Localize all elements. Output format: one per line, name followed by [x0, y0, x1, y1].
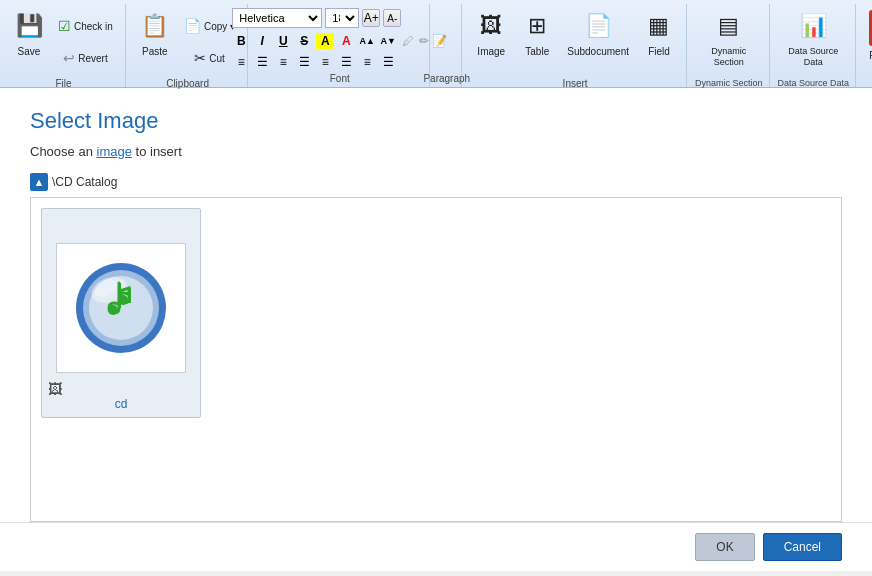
copy-label: Copy — [204, 21, 227, 32]
ribbon-group-export: 📕 Preview Export — [858, 4, 872, 87]
underline-button[interactable]: U — [274, 33, 292, 49]
field-button[interactable]: ▦ Field — [638, 6, 680, 78]
cd-music-svg — [71, 258, 171, 358]
checkin-button[interactable]: ☑ Check in — [52, 11, 119, 41]
font-size-decrease-button[interactable]: A- — [383, 9, 401, 27]
checkin-icon: ☑ — [58, 18, 71, 34]
preview-button[interactable]: 📕 Preview — [864, 6, 872, 78]
bold-button[interactable]: B — [232, 33, 250, 49]
revert-label: Revert — [78, 53, 107, 64]
ribbon: 💾 Save ☑ Check in ↩ Revert File 📋 Paste — [0, 0, 872, 88]
ribbon-group-dynamic-section: ▤ DynamicSection Dynamic Section — [689, 4, 770, 87]
paste-button[interactable]: 📋 Paste — [134, 6, 176, 78]
cut-label: Cut — [209, 53, 225, 64]
super-button[interactable]: A▲ — [358, 33, 376, 49]
image-icon: 🖼 — [475, 10, 507, 42]
font-controls: Helvetica 18 A+ A- B I U S A A A▲ A▼ 🖊 ✏… — [232, 6, 447, 73]
align-center-button[interactable]: ☰ — [253, 54, 271, 70]
align-left2-button[interactable]: ≡ — [316, 54, 334, 70]
main-content: Select Image Choose an image to insert ▲… — [0, 88, 872, 522]
subtitle-link[interactable]: image — [97, 144, 132, 159]
insert-buttons: 🖼 Image ⊞ Table 📄 Subdocument ▦ Field — [470, 6, 680, 78]
dialog-subtitle: Choose an image to insert — [30, 144, 842, 159]
font-size-increase-button[interactable]: A+ — [362, 9, 380, 27]
paste-icon: 📋 — [139, 10, 171, 42]
save-button[interactable]: 💾 Save — [8, 6, 50, 78]
image-item-label: cd — [115, 397, 128, 411]
cut-icon: ✂ — [194, 50, 206, 66]
data-source-icon: 📊 — [797, 10, 829, 42]
align-row: ≡ ☰ ≡ ☰ ≡ ☰ ≡ ☰ — [232, 54, 447, 70]
align-justify-button[interactable]: ☰ — [295, 54, 313, 70]
breadcrumb-text: \CD Catalog — [52, 175, 117, 189]
save-icon: 💾 — [13, 10, 45, 42]
subdocument-button[interactable]: 📄 Subdocument — [562, 6, 634, 78]
revert-icon: ↩ — [63, 50, 75, 66]
highlight-button[interactable]: A — [316, 33, 334, 49]
image-type-icon: 🖼 — [48, 381, 62, 397]
font-group-label: Font — [330, 73, 350, 87]
align-justify2-button[interactable]: ☰ — [379, 54, 397, 70]
cancel-button[interactable]: Cancel — [763, 533, 842, 561]
field-icon: ▦ — [643, 10, 675, 42]
data-source-button[interactable]: 📊 Data SourceData — [783, 6, 843, 78]
dynamic-section-button[interactable]: ▤ DynamicSection — [704, 6, 754, 78]
image-item-cd[interactable]: 🖼 cd — [41, 208, 201, 418]
ribbon-group-font: Helvetica 18 A+ A- B I U S A A A▲ A▼ 🖊 ✏… — [250, 4, 430, 87]
align-left-button[interactable]: ≡ — [232, 54, 250, 70]
ok-button[interactable]: OK — [695, 533, 754, 561]
clipboard-group-label: Clipboard — [166, 78, 209, 92]
dialog-bottom-bar: OK Cancel — [0, 522, 872, 571]
image-button[interactable]: 🖼 Image — [470, 6, 512, 78]
up-folder-icon[interactable]: ▲ — [30, 173, 48, 191]
align-center2-button[interactable]: ☰ — [337, 54, 355, 70]
data-source-group-label: Data Source Data — [778, 78, 850, 91]
image-preview — [56, 243, 186, 373]
table-icon: ⊞ — [521, 10, 553, 42]
align-right2-button[interactable]: ≡ — [358, 54, 376, 70]
insert-group-label: Insert — [563, 78, 588, 92]
ribbon-group-clipboard: 📋 Paste 📄 Copy ▾ ✂ Cut Clipboard — [128, 4, 248, 87]
italic-button[interactable]: I — [253, 33, 271, 49]
copy-icon: 📄 — [184, 18, 201, 34]
ribbon-group-paragraph: Paragraph — [432, 4, 462, 87]
svg-point-4 — [108, 305, 118, 315]
ribbon-file-buttons: 💾 Save ☑ Check in ↩ Revert — [8, 6, 119, 78]
checkin-label: Check in — [74, 21, 113, 32]
dynamic-section-group-label: Dynamic Section — [695, 78, 763, 91]
align-right-button[interactable]: ≡ — [274, 54, 292, 70]
font-bottom-row: B I U S A A A▲ A▼ 🖊 ✏ 📝 — [232, 33, 447, 49]
ribbon-group-insert: 🖼 Image ⊞ Table 📄 Subdocument ▦ Field In… — [464, 4, 687, 87]
font-size-select[interactable]: 18 — [325, 8, 359, 28]
dialog-title: Select Image — [30, 108, 842, 134]
ribbon-group-file: 💾 Save ☑ Check in ↩ Revert File — [2, 4, 126, 87]
font-family-select[interactable]: Helvetica — [232, 8, 322, 28]
revert-button[interactable]: ↩ Revert — [52, 43, 119, 73]
dynamic-section-icon: ▤ — [713, 10, 745, 42]
table-button[interactable]: ⊞ Table — [516, 6, 558, 78]
sub-button[interactable]: A▼ — [379, 33, 397, 49]
font-color-button[interactable]: A — [337, 33, 355, 49]
svg-rect-7 — [128, 288, 131, 303]
file-col: ☑ Check in ↩ Revert — [52, 11, 119, 73]
image-grid-container[interactable]: 🖼 cd — [30, 197, 842, 522]
breadcrumb: ▲ \CD Catalog — [30, 173, 842, 191]
subdocument-icon: 📄 — [582, 10, 614, 42]
strikethrough-button[interactable]: S — [295, 33, 313, 49]
paragraph-group-label: Paragraph — [423, 73, 470, 87]
ribbon-clipboard-buttons: 📋 Paste 📄 Copy ▾ ✂ Cut — [134, 6, 241, 78]
image-grid: 🖼 cd — [41, 208, 831, 418]
file-group-label: File — [55, 78, 71, 92]
font-top-row: Helvetica 18 A+ A- — [232, 8, 447, 28]
svg-rect-6 — [118, 283, 121, 308]
ribbon-group-data-source: 📊 Data SourceData Data Source Data — [772, 4, 857, 87]
